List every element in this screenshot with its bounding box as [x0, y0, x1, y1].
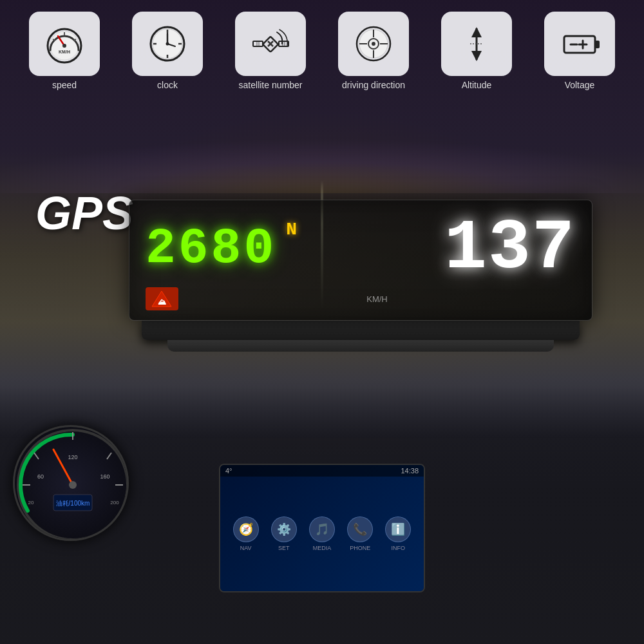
voltage-label: Voltage — [565, 80, 595, 90]
clock-icon-box — [132, 12, 203, 76]
svg-rect-39 — [595, 41, 600, 48]
screen-phone-icon[interactable]: 📞 PHONE — [347, 516, 373, 551]
svg-text:160: 160 — [100, 473, 109, 480]
clock-label: clock — [157, 80, 178, 90]
hud-container: 2680 N 137 ⛰ KM/H — [129, 200, 592, 352]
media-circle: 🎵 — [309, 516, 335, 542]
hud-base — [167, 340, 554, 352]
gps-label: GPS — [35, 187, 133, 240]
screen-settings-icon[interactable]: ⚙️ SET — [271, 516, 297, 551]
svg-text:⛰: ⛰ — [158, 297, 166, 307]
warning-triangle-icon: ⛰ — [151, 290, 173, 308]
svg-point-57 — [69, 481, 77, 489]
hud-display: 2680 N 137 — [146, 213, 576, 284]
main-container: KM/H speed — [0, 0, 644, 644]
speed-value: 137 — [303, 213, 576, 284]
info-label: INFO — [392, 545, 406, 551]
phone-label: PHONE — [350, 545, 370, 551]
direction-label: driving direction — [342, 80, 405, 90]
svg-text:油耗/100km: 油耗/100km — [56, 500, 90, 507]
svg-line-47 — [107, 453, 111, 459]
speed-icon-box: KM/H — [29, 12, 100, 76]
altitude-icon — [456, 23, 498, 65]
dashboard: 120 160 60 20 200 油耗/100km 4° — [0, 419, 644, 644]
altitude-label: Altitude — [462, 80, 492, 90]
svg-text:200: 200 — [110, 500, 119, 506]
hud-screen: 2680 N 137 ⛰ KM/H — [129, 200, 592, 321]
svg-point-16 — [166, 42, 169, 45]
speedometer-gauge: 120 160 60 20 200 油耗/100km — [15, 427, 129, 541]
feature-clock: clock — [122, 12, 213, 90]
nav-circle: 🧭 — [233, 516, 259, 542]
screen-nav-icon[interactable]: 🧭 NAV — [233, 516, 259, 551]
feature-direction: driving direction — [328, 12, 419, 90]
svg-text:120: 120 — [68, 454, 77, 460]
settings-circle: ⚙️ — [271, 516, 297, 542]
svg-point-6 — [62, 44, 66, 48]
gauge-circle: 120 160 60 20 200 油耗/100km — [13, 425, 129, 541]
voltage-icon-box — [544, 12, 615, 76]
info-circle: ℹ️ — [385, 516, 411, 542]
phone-circle: 📞 — [347, 516, 373, 542]
unit-label: KM/H — [178, 294, 576, 304]
speedometer-icon: KM/H — [44, 23, 86, 65]
screen-media-icon[interactable]: 🎵 MEDIA — [309, 516, 335, 551]
feature-speed: KM/H speed — [19, 12, 109, 90]
altitude-value: 2680 — [146, 223, 276, 274]
satellite-icon — [250, 23, 292, 65]
svg-rect-18 — [253, 41, 263, 46]
feature-satellite: satellite number — [225, 12, 316, 90]
direction-icon-box — [338, 12, 409, 76]
compass-icon — [353, 23, 395, 65]
svg-text:60: 60 — [37, 473, 44, 480]
battery-icon — [559, 23, 601, 65]
hud-stand — [142, 321, 580, 340]
hud-bottom-bar: ⛰ KM/H — [146, 287, 576, 310]
svg-line-49 — [34, 453, 39, 459]
feature-voltage: Voltage — [535, 12, 625, 90]
svg-marker-35 — [471, 27, 482, 37]
center-console-screen[interactable]: 4° 14:38 🧭 NAV ⚙️ SET 🎵 MEDIA — [219, 464, 425, 592]
speed-label: speed — [52, 80, 77, 90]
screen-inner: 4° 14:38 🧭 NAV ⚙️ SET 🎵 MEDIA — [220, 465, 424, 591]
warning-indicator: ⛰ — [146, 287, 178, 310]
satellite-label: satellite number — [239, 80, 303, 90]
svg-text:KM/H: KM/H — [59, 50, 70, 54]
svg-text:20: 20 — [28, 500, 34, 506]
clock-icon — [147, 23, 189, 65]
svg-point-33 — [372, 42, 375, 46]
nav-label: NAV — [240, 545, 252, 551]
feature-altitude: Altitude — [431, 12, 522, 90]
settings-label: SET — [278, 545, 290, 551]
screen-info-icon[interactable]: ℹ️ INFO — [385, 516, 411, 551]
screen-icons: 🧭 NAV ⚙️ SET 🎵 MEDIA 📞 PHONE — [220, 477, 424, 591]
screen-top-bar: 4° 14:38 — [220, 465, 424, 477]
media-label: MEDIA — [313, 545, 332, 551]
svg-marker-36 — [471, 51, 482, 61]
screen-temp: 4° — [225, 467, 232, 475]
screen-time: 14:38 — [401, 467, 419, 475]
satellite-icon-box — [235, 12, 306, 76]
n-indicator: N — [286, 220, 297, 240]
gauge-cluster: 120 160 60 20 200 油耗/100km — [13, 425, 142, 567]
features-bar: KM/H speed — [19, 12, 625, 90]
altitude-icon-box — [441, 12, 512, 76]
